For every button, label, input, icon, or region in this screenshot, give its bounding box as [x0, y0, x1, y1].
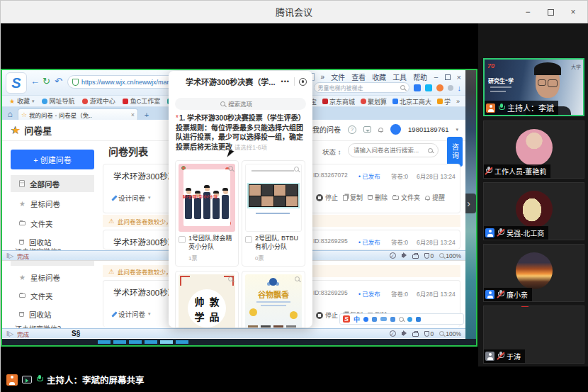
back-icon[interactable]: ← [30, 76, 40, 86]
wjx-brand[interactable]: ★ 问卷星 [11, 123, 52, 137]
message-counter[interactable]: 0 [424, 330, 434, 337]
speaker-icon[interactable] [402, 254, 405, 257]
fav-nav[interactable]: 网址导航 [42, 96, 75, 106]
home-icon[interactable]: ⌂ [2, 108, 18, 120]
active-tab[interactable]: ☆ 我的问卷 - 问卷星（免.. × [18, 108, 138, 120]
survey-title[interactable]: 学术环游300秒决 [113, 286, 176, 298]
image-zoom-icon[interactable] [295, 276, 300, 281]
option-search-box[interactable] [175, 98, 306, 110]
ime-moon-icon[interactable] [363, 317, 368, 322]
browser-close-icon[interactable]: × [457, 73, 461, 82]
taskbar-item[interactable] [160, 340, 173, 344]
option-2-checkbox[interactable] [245, 236, 252, 243]
menu-tools[interactable]: 工具 [392, 72, 407, 82]
survey-title[interactable]: 学术环游300秒决 [113, 170, 176, 181]
image-zoom-icon[interactable] [294, 167, 299, 172]
new-tab-icon[interactable]: + [140, 110, 153, 120]
fav-collect[interactable]: ★收藏▾ [9, 96, 35, 106]
sidebar-item-starred[interactable]: ★星标问卷 [11, 195, 94, 212]
vote-option-1[interactable]: 财/会/精/英/小/分/队 1号团队,财会精英小分队 1票 [175, 160, 239, 267]
speaker-icon[interactable] [402, 332, 405, 335]
extension-icon[interactable] [436, 84, 443, 91]
option-search-input[interactable] [228, 101, 261, 108]
close-icon[interactable]: × [563, 4, 583, 21]
extension-icon[interactable] [414, 84, 421, 91]
maximize-icon[interactable] [541, 4, 560, 21]
fav-game-center[interactable]: 游戏中心 [82, 96, 115, 106]
notification-bell-icon[interactable] [378, 128, 383, 132]
vote-option-4[interactable]: 谷物飘香 [242, 271, 305, 327]
stop-button[interactable]: 停止 [316, 193, 338, 202]
account-number[interactable]: 19801189761 [408, 125, 448, 133]
search-icon[interactable] [400, 85, 405, 90]
option-3-image[interactable]: 帅 敦 学 品 [179, 274, 235, 327]
sogou-ime-bar[interactable]: S 中 [339, 313, 464, 325]
sidebar-item-trash[interactable]: 回收站 [11, 306, 94, 323]
hot-search-box[interactable]: 男童电梯内被梯走 [314, 82, 409, 93]
option-2-image[interactable] [245, 164, 302, 232]
undo-icon[interactable]: ↶ [55, 76, 62, 86]
participant-tile[interactable]: 工作人员-董艳莉 [483, 121, 584, 179]
download-icon[interactable]: ↓ [458, 84, 462, 92]
option-1-checkbox[interactable] [179, 236, 186, 243]
ime-fullhalf-icon[interactable] [407, 317, 412, 322]
message-icon[interactable] [363, 126, 371, 133]
image-zoom-icon[interactable] [228, 166, 233, 171]
bookmark[interactable]: 学 [437, 97, 451, 106]
target-icon[interactable] [299, 78, 307, 86]
page-check-icon[interactable]: ✓ [390, 252, 396, 259]
taskbar-item[interactable] [129, 340, 142, 344]
account-caret-icon[interactable]: ▾ [456, 127, 458, 133]
remind-button[interactable]: 提醒 [425, 193, 445, 202]
search-icon[interactable] [428, 148, 433, 153]
account-avatar[interactable] [390, 124, 401, 135]
minimize-icon[interactable]: − [518, 4, 538, 21]
menu-file[interactable]: 文件 [331, 72, 345, 82]
ime-search-icon[interactable] [399, 317, 404, 322]
menu-favorites[interactable]: 收藏 [372, 72, 386, 82]
page-check-icon[interactable]: ✓ [390, 330, 396, 337]
ime-skin-icon[interactable] [390, 317, 395, 322]
taskbar-item[interactable] [145, 340, 157, 344]
toolbox-icon[interactable] [412, 254, 419, 259]
design-survey-button[interactable]: 设计问卷▾ [113, 193, 151, 203]
sidebar-item-folders[interactable]: 文件夹 [11, 287, 94, 304]
vote-option-2[interactable]: 2号团队, BTBU有机小分队 0票 [242, 160, 305, 267]
help-icon[interactable]: ? [348, 125, 356, 134]
refresh-icon[interactable]: ↻ [43, 76, 50, 86]
fav-fishc[interactable]: 鱼C工作室 [123, 96, 161, 106]
ime-keyboard-icon[interactable] [380, 317, 387, 321]
vote-option-3[interactable]: 帅 敦 学 品 [175, 271, 239, 327]
bookmark[interactable]: 聚划算 [361, 97, 387, 106]
create-survey-button[interactable]: + 创建问卷 [11, 150, 94, 169]
participant-tile[interactable]: 吴强-北工商 [483, 182, 584, 240]
option-1-image[interactable]: 财/会/精/英/小/分/队 [179, 164, 235, 232]
zoom-control[interactable]: 100% [439, 252, 461, 259]
message-counter[interactable]: 0 [424, 252, 434, 259]
consult-badge[interactable]: 咨询 [447, 137, 463, 167]
folder-button[interactable]: 文件夹 [392, 193, 420, 202]
survey-search-box[interactable] [348, 143, 439, 157]
taskbar-item[interactable] [176, 340, 188, 344]
copy-button[interactable]: 复制 [343, 193, 363, 202]
sidebar-item-starred[interactable]: ★星标问卷 [11, 269, 94, 286]
image-zoom-icon[interactable] [228, 276, 233, 281]
participant-tile[interactable]: 于涛 [483, 306, 584, 364]
find-bar-icon[interactable]: ‖▷ [6, 252, 13, 259]
ime-lang-mode[interactable]: 中 [354, 315, 360, 324]
extension-icon[interactable] [425, 84, 432, 91]
bookmark[interactable]: 北京工商大 [392, 97, 431, 106]
more-tabs-icon[interactable]: » [321, 73, 325, 81]
taskbar-item[interactable] [113, 340, 126, 344]
sidebar-item-folders[interactable]: 文件夹 [11, 215, 94, 232]
more-extensions-icon[interactable] [448, 85, 453, 91]
sidebar-item-all-surveys[interactable]: 全部问卷 [11, 175, 94, 192]
bookmarks-more-icon[interactable]: » [456, 98, 460, 105]
menu-view[interactable]: 查看 [351, 72, 366, 82]
survey-title[interactable]: 学术环游300秒决 [113, 236, 176, 247]
browser-maximize-icon[interactable] [445, 74, 451, 80]
menu-help[interactable]: 帮助 [413, 72, 427, 82]
participant-tile-host[interactable]: 70 研究生“学 大学 主持人：李斌 [483, 58, 584, 116]
taskbar-item[interactable] [98, 340, 111, 344]
ime-simplified-icon[interactable] [416, 317, 421, 322]
